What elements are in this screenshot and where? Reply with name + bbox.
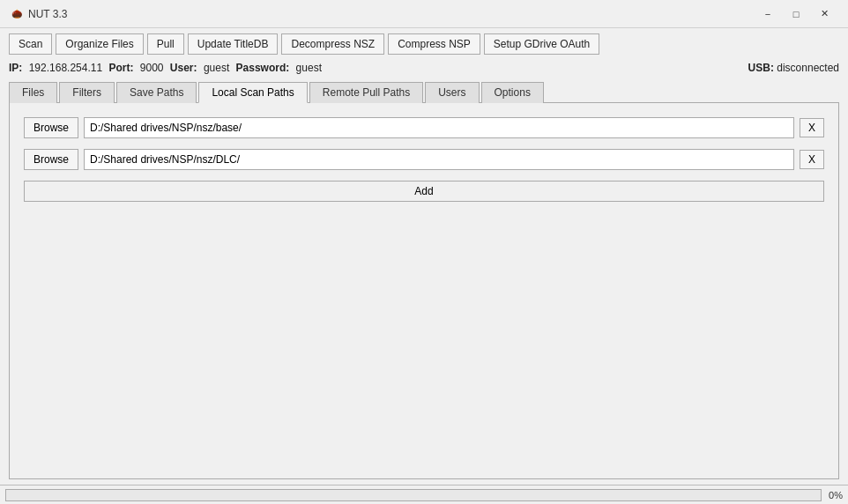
scan-button[interactable]: Scan	[9, 33, 52, 55]
port-value: 9000	[140, 62, 164, 74]
app-icon: 🌰	[11, 8, 23, 20]
window-controls: − □ ✕	[755, 5, 837, 23]
setup-gdrive-button[interactable]: Setup GDrive OAuth	[484, 33, 599, 55]
tab-content-local-scan-paths: Browse X Browse X Add	[9, 103, 839, 479]
usb-value: disconnected	[777, 62, 839, 74]
ip-value: 192.168.254.11	[29, 62, 102, 74]
path-row-1: Browse X	[24, 117, 824, 138]
window-title: NUT 3.3	[28, 8, 755, 20]
decompress-nsz-button[interactable]: Decompress NSZ	[281, 33, 384, 55]
update-titledb-button[interactable]: Update TitleDB	[188, 33, 279, 55]
password-value: guest	[296, 62, 322, 74]
main-content: Files Filters Save Paths Local Scan Path…	[0, 76, 848, 485]
tab-local-scan-paths[interactable]: Local Scan Paths	[198, 82, 307, 103]
ip-label: IP:	[9, 62, 22, 74]
path-row-2: Browse X	[24, 149, 824, 170]
compress-nsp-button[interactable]: Compress NSP	[388, 33, 480, 55]
toolbar: Scan Organize Files Pull Update TitleDB …	[0, 28, 848, 60]
browse-button-1[interactable]: Browse	[24, 117, 78, 138]
minimize-button[interactable]: −	[755, 5, 781, 23]
password-label: Password:	[236, 62, 290, 74]
port-label: Port:	[108, 62, 133, 74]
tab-files[interactable]: Files	[9, 82, 57, 103]
usb-info: USB: disconnected	[748, 62, 839, 74]
connection-info: IP: 192.168.254.11 Port: 9000 User: gues…	[9, 62, 325, 74]
progress-bar-container	[5, 489, 822, 501]
user-label: User:	[170, 62, 197, 74]
tab-bar: Files Filters Save Paths Local Scan Path…	[9, 81, 839, 103]
organize-files-button[interactable]: Organize Files	[56, 33, 143, 55]
path-input-1[interactable]	[84, 117, 794, 138]
title-bar: 🌰 NUT 3.3 − □ ✕	[0, 0, 848, 28]
spacer	[24, 212, 824, 464]
maximize-button[interactable]: □	[783, 5, 809, 23]
close-button[interactable]: ✕	[811, 5, 837, 23]
status-bar: 0%	[0, 485, 848, 504]
usb-label: USB:	[748, 62, 774, 74]
browse-button-2[interactable]: Browse	[24, 149, 78, 170]
user-value: guest	[204, 62, 229, 74]
tab-remote-pull-paths[interactable]: Remote Pull Paths	[309, 82, 423, 103]
add-path-button[interactable]: Add	[24, 181, 824, 202]
tab-options[interactable]: Options	[481, 82, 544, 103]
remove-button-2[interactable]: X	[800, 150, 824, 169]
tab-filters[interactable]: Filters	[59, 82, 115, 103]
tab-users[interactable]: Users	[425, 82, 479, 103]
info-bar: IP: 192.168.254.11 Port: 9000 User: gues…	[0, 60, 848, 76]
tab-save-paths[interactable]: Save Paths	[116, 82, 197, 103]
path-input-2[interactable]	[84, 149, 794, 170]
remove-button-1[interactable]: X	[800, 118, 824, 137]
progress-label: 0%	[829, 490, 843, 500]
pull-button[interactable]: Pull	[147, 33, 184, 55]
